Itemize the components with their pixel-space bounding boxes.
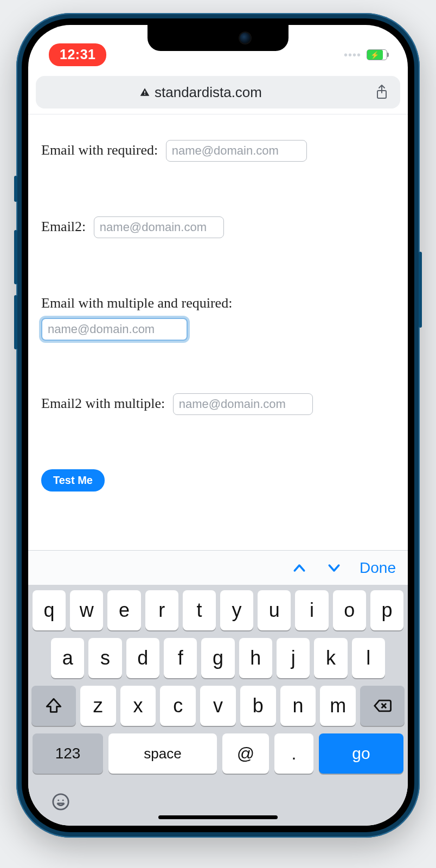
at-key[interactable]: @ — [222, 733, 269, 774]
key-o[interactable]: o — [333, 590, 366, 630]
go-key[interactable]: go — [319, 733, 403, 774]
key-s[interactable]: s — [88, 638, 121, 678]
cellular-signal-icon: •••• — [344, 49, 361, 61]
key-m[interactable]: m — [320, 686, 356, 726]
key-t[interactable]: t — [183, 590, 216, 630]
key-d[interactable]: d — [126, 638, 159, 678]
keyboard-done-button[interactable]: Done — [360, 559, 396, 577]
front-camera — [240, 33, 251, 43]
space-key[interactable]: space — [108, 733, 217, 774]
key-n[interactable]: n — [280, 686, 316, 726]
key-z[interactable]: z — [80, 686, 116, 726]
key-f[interactable]: f — [164, 638, 197, 678]
on-screen-keyboard: qwertyuiop asdfghjkl zxcvbnm 123 space @… — [28, 585, 408, 826]
email-multiple-required-input[interactable] — [41, 318, 188, 341]
email2-label: Email2: — [41, 219, 86, 234]
key-e[interactable]: e — [107, 590, 140, 630]
power-button[interactable] — [419, 252, 422, 328]
address-bar[interactable]: standardista.com — [36, 76, 400, 108]
next-field-button[interactable] — [325, 559, 343, 577]
key-r[interactable]: r — [145, 590, 178, 630]
test-me-button[interactable]: Test Me — [41, 469, 105, 492]
emoji-keyboard-button[interactable] — [50, 791, 72, 813]
volume-down-button[interactable] — [14, 295, 17, 349]
share-button[interactable] — [371, 81, 393, 103]
svg-rect-0 — [144, 91, 145, 93]
keyboard-accessory-bar: Done — [28, 550, 408, 585]
page-content: Email with required: Email2: Email with … — [28, 114, 408, 550]
key-x[interactable]: x — [120, 686, 156, 726]
key-c[interactable]: c — [160, 686, 196, 726]
key-h[interactable]: h — [239, 638, 272, 678]
key-k[interactable]: k — [314, 638, 347, 678]
key-b[interactable]: b — [240, 686, 276, 726]
email-required-input[interactable] — [166, 140, 307, 162]
backspace-key[interactable] — [360, 686, 405, 726]
svg-rect-1 — [144, 94, 145, 95]
device-notch — [148, 25, 288, 51]
key-u[interactable]: u — [258, 590, 291, 630]
volume-up-button[interactable] — [14, 230, 17, 284]
battery-charging-icon: ⚡ — [367, 49, 387, 60]
dot-key[interactable]: . — [274, 733, 313, 774]
key-p[interactable]: p — [370, 590, 403, 630]
email2-multiple-label: Email2 with multiple: — [41, 395, 165, 411]
svg-point-5 — [53, 794, 68, 809]
key-j[interactable]: j — [277, 638, 310, 678]
key-w[interactable]: w — [70, 590, 103, 630]
not-secure-warning-icon — [139, 87, 150, 98]
svg-point-6 — [57, 800, 59, 801]
home-indicator[interactable] — [158, 815, 278, 819]
svg-point-7 — [62, 800, 64, 801]
time-recording-pill[interactable]: 12:31 — [49, 43, 106, 66]
email2-multiple-input[interactable] — [173, 393, 313, 415]
email-multiple-required-label: Email with multiple and required: — [41, 295, 232, 311]
shift-key[interactable] — [31, 686, 76, 726]
key-g[interactable]: g — [201, 638, 234, 678]
email-required-label: Email with required: — [41, 142, 158, 158]
key-i[interactable]: i — [295, 590, 328, 630]
key-v[interactable]: v — [200, 686, 236, 726]
key-a[interactable]: a — [51, 638, 84, 678]
key-l[interactable]: l — [352, 638, 385, 678]
email2-input[interactable] — [94, 216, 224, 238]
key-q[interactable]: q — [33, 590, 66, 630]
key-y[interactable]: y — [220, 590, 253, 630]
mute-switch[interactable] — [14, 176, 17, 202]
url-text: standardista.com — [155, 84, 262, 101]
numbers-key[interactable]: 123 — [33, 733, 103, 774]
previous-field-button[interactable] — [290, 559, 309, 577]
